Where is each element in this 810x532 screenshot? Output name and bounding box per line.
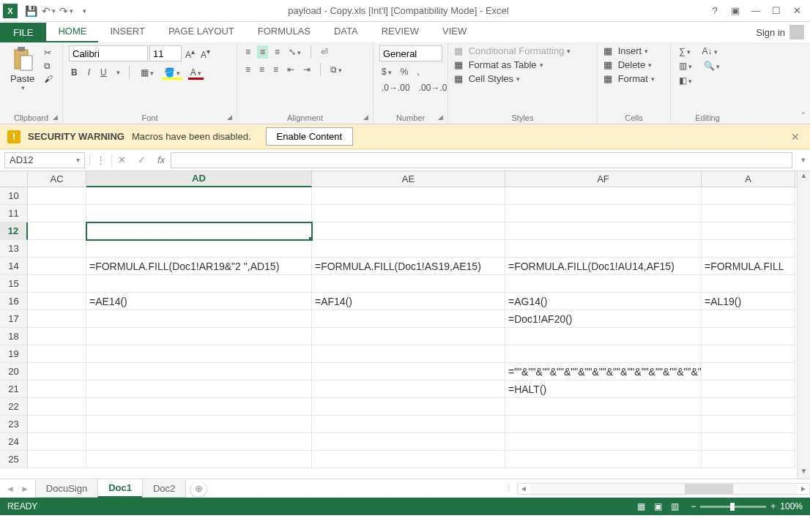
paste-button[interactable]: Paste ▾ [6, 45, 39, 93]
align-center-icon[interactable]: ≡ [257, 64, 267, 75]
row-header-23[interactable]: 23 [0, 416, 28, 433]
cell-AE23[interactable] [312, 416, 505, 433]
increase-decimal-icon[interactable]: .0→.00 [379, 82, 412, 94]
name-box[interactable]: AD12▾ [4, 152, 85, 168]
undo-icon[interactable]: ↶▾ [40, 3, 56, 19]
cell-AC23[interactable] [28, 416, 86, 433]
tab-formulas[interactable]: FORMULAS [246, 21, 322, 42]
find-select-icon[interactable]: 🔍▾ [702, 60, 722, 72]
borders-icon[interactable]: ▦▾ [138, 67, 156, 78]
align-left-icon[interactable]: ≡ [243, 64, 253, 75]
split-handle-icon[interactable]: ⋮ [500, 484, 517, 493]
bold-button[interactable]: B [69, 67, 80, 78]
tab-view[interactable]: VIEW [431, 21, 478, 42]
cell-AG11[interactable] [702, 205, 795, 222]
decrease-font-icon[interactable]: A▾ [198, 47, 212, 61]
save-icon[interactable]: 💾 [23, 3, 39, 19]
column-header-AC[interactable]: AC [28, 171, 86, 187]
increase-indent-icon[interactable]: ⇥ [301, 64, 313, 75]
cell-AD12[interactable] [86, 222, 312, 240]
cell-AD10[interactable] [86, 187, 312, 205]
cell-AD24[interactable] [86, 433, 312, 451]
enable-content-button[interactable]: Enable Content [266, 127, 354, 146]
tab-data[interactable]: DATA [322, 21, 370, 42]
accounting-format-icon[interactable]: $▾ [379, 66, 394, 78]
font-launcher-icon[interactable]: ◢ [227, 113, 232, 121]
fill-color-icon[interactable]: 🪣▾ [162, 67, 182, 78]
cancel-formula-icon[interactable]: ✕ [112, 154, 132, 165]
cell-AF10[interactable] [505, 187, 702, 205]
column-header-AE[interactable]: AE [312, 171, 505, 187]
cell-AE15[interactable] [312, 275, 505, 293]
sheet-nav-prev-icon[interactable]: ◄ [4, 484, 16, 494]
clear-icon[interactable]: ◧▾ [677, 75, 694, 86]
cell-AD21[interactable] [86, 381, 312, 398]
row-header-16[interactable]: 16 [0, 293, 28, 310]
close-icon[interactable]: ✕ [787, 3, 807, 19]
decrease-decimal-icon[interactable]: .00→.0 [417, 82, 450, 94]
row-header-19[interactable]: 19 [0, 345, 28, 363]
page-break-view-icon[interactable]: ▥ [666, 501, 683, 512]
cell-AC21[interactable] [28, 381, 86, 398]
wrap-text-icon[interactable]: ⏎ [319, 46, 330, 58]
cell-AE20[interactable] [312, 363, 505, 381]
number-launcher-icon[interactable]: ◢ [438, 113, 443, 121]
merge-center-icon[interactable]: ⧉▾ [328, 64, 344, 75]
cell-AE10[interactable] [312, 187, 505, 205]
format-cells-button[interactable]: ▦ Format▾ [603, 73, 655, 84]
font-size-input[interactable] [149, 45, 182, 61]
cell-AE13[interactable] [312, 240, 505, 258]
cell-AC11[interactable] [28, 205, 86, 222]
cell-AG17[interactable] [702, 310, 795, 328]
clipboard-launcher-icon[interactable]: ◢ [53, 113, 58, 121]
row-header-24[interactable]: 24 [0, 433, 28, 451]
conditional-formatting-button[interactable]: ▦ Conditional Formatting▾ [454, 45, 571, 56]
tab-home[interactable]: HOME [46, 21, 98, 42]
cell-AG19[interactable] [702, 345, 795, 363]
cell-AG20[interactable] [702, 363, 795, 381]
row-header-13[interactable]: 13 [0, 240, 28, 258]
row-header-18[interactable]: 18 [0, 328, 28, 345]
tab-insert[interactable]: INSERT [98, 21, 156, 42]
fx-icon[interactable]: fx [152, 154, 171, 165]
cell-AC16[interactable] [28, 293, 86, 310]
namebox-menu-icon[interactable]: ⋮ [90, 154, 111, 165]
column-header-AD[interactable]: AD [86, 171, 312, 187]
sort-filter-icon[interactable]: A↓▾ [700, 45, 720, 57]
cell-AE14[interactable]: =FORMULA.FILL(Doc1!AS19,AE15) [312, 258, 505, 275]
underline-button[interactable]: U [98, 67, 109, 78]
cell-AE17[interactable] [312, 310, 505, 328]
cell-AC24[interactable] [28, 433, 86, 451]
cell-AD18[interactable] [86, 328, 312, 345]
cell-AD19[interactable] [86, 345, 312, 363]
scroll-up-icon[interactable]: ▲ [800, 171, 808, 183]
cell-AD17[interactable] [86, 310, 312, 328]
cell-AE18[interactable] [312, 328, 505, 345]
normal-view-icon[interactable]: ▦ [633, 501, 650, 512]
close-warning-icon[interactable]: ✕ [788, 131, 803, 143]
cell-AG12[interactable] [702, 222, 795, 240]
vertical-scrollbar[interactable]: ▲ ▼ [797, 171, 810, 479]
sheet-tab-doc1[interactable]: Doc1 [97, 479, 143, 498]
cell-AC17[interactable] [28, 310, 86, 328]
select-all-corner[interactable] [0, 171, 28, 187]
cell-AG23[interactable] [702, 416, 795, 433]
delete-cells-button[interactable]: ▦ Delete▾ [603, 59, 652, 70]
page-layout-view-icon[interactable]: ▣ [650, 501, 666, 512]
cell-AF15[interactable] [505, 275, 702, 293]
cell-AG25[interactable] [702, 451, 795, 468]
align-middle-icon[interactable]: ≡ [257, 45, 268, 59]
cell-AD23[interactable] [86, 416, 312, 433]
minimize-icon[interactable]: — [746, 3, 766, 19]
cell-AD13[interactable] [86, 240, 312, 258]
cell-AD11[interactable] [86, 205, 312, 222]
zoom-out-icon[interactable]: − [691, 501, 696, 512]
cell-AE24[interactable] [312, 433, 505, 451]
cell-AC22[interactable] [28, 398, 86, 416]
sheet-nav-next-icon[interactable]: ► [19, 484, 31, 494]
cell-AG16[interactable]: =AL19() [702, 293, 795, 310]
cell-AD22[interactable] [86, 398, 312, 416]
format-as-table-button[interactable]: ▦ Format as Table▾ [454, 59, 543, 70]
formula-input[interactable] [171, 152, 792, 168]
percent-format-icon[interactable]: % [398, 66, 411, 78]
